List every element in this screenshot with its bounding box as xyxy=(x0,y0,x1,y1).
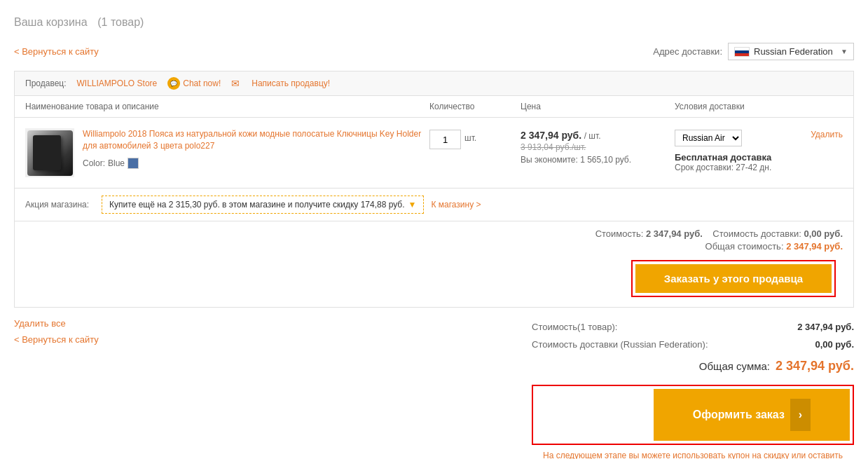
coupon-notice[interactable]: На следующем этапе вы можете использоват… xyxy=(532,451,854,459)
free-delivery-badge: Бесплатная доставка xyxy=(675,152,843,163)
russia-flag-icon xyxy=(734,47,750,57)
chat-now-button[interactable]: 💬 Chat now! xyxy=(167,77,221,90)
order-from-seller-button[interactable]: Заказать у этого продавца xyxy=(635,264,832,293)
back-to-site-link-top[interactable]: < Вернуться к сайту xyxy=(14,46,99,57)
col-delivery-header: Условия доставки xyxy=(675,102,843,111)
price-column: 2 347,94 руб. / шт. 3 913,04 руб./шт. Вы… xyxy=(521,128,675,165)
back-to-site-link-bottom[interactable]: < Вернуться к сайту xyxy=(14,334,99,345)
delivery-time-info: Срок доставки: 27-42 дн. xyxy=(675,163,843,172)
page-title: Ваша корзина (1 товар) xyxy=(14,11,144,29)
delivery-column: Russian Air Удалить Бесплатная доставка … xyxy=(675,128,843,172)
delete-item-button[interactable]: Удалить xyxy=(811,130,843,139)
cart-total-row: Общая стоимость: 2 347,94 руб. xyxy=(705,241,843,252)
cart-section: Продавец: WILLIAMPOLO Store 💬 Chat now! … xyxy=(14,71,854,308)
table-header: Наименование товара и описание Количеств… xyxy=(15,96,853,118)
col-qty-header: Количество xyxy=(429,102,521,111)
seller-label: Продавец: xyxy=(25,78,67,88)
quantity-input[interactable] xyxy=(429,130,461,149)
promo-offer[interactable]: Купите ещё на 2 315,30 руб. в этом магаз… xyxy=(102,196,424,214)
product-details: Williampolo 2018 Пояса из натуральной ко… xyxy=(83,128,429,177)
summary-delivery-row: Стоимость доставки (Russian Federation):… xyxy=(532,336,854,353)
summary-cost-row: Стоимость(1 товар): 2 347,94 руб. xyxy=(532,318,854,336)
original-price: 3 913,04 руб./шт. xyxy=(521,142,675,152)
col-price-header: Цена xyxy=(521,102,675,111)
promo-dropdown-icon: ▼ xyxy=(408,200,417,210)
delivery-method-select-wrap: Russian Air xyxy=(675,130,742,146)
col-product-header: Наименование товара и описание xyxy=(25,102,429,111)
country-name: Russian Federation xyxy=(754,46,833,57)
order-button-container: Заказать у этого продавца xyxy=(631,260,836,297)
promo-label: Акция магазина: xyxy=(25,200,89,210)
summary-total-row: Общая сумма: 2 347,94 руб. xyxy=(532,353,854,379)
delete-all-link[interactable]: Удалить все xyxy=(14,318,99,329)
delivery-address-label: Адрес доставки: xyxy=(653,46,722,57)
qty-unit-label: шт. xyxy=(464,130,476,143)
seller-name-link[interactable]: WILLIAMPOLO Store xyxy=(77,78,158,88)
summary-section: Стоимость(1 товар): 2 347,94 руб. Стоимо… xyxy=(532,318,854,459)
promo-bar: Акция магазина: Купите ещё на 2 315,30 р… xyxy=(15,188,853,221)
product-name-link[interactable]: Williampolo 2018 Пояса из натуральной ко… xyxy=(83,128,429,152)
delivery-address-section: Адрес доставки: Russian Federation ▼ xyxy=(653,43,854,60)
current-price: 2 347,94 руб. / шт. xyxy=(521,130,675,141)
to-store-link[interactable]: К магазину > xyxy=(431,200,481,210)
checkout-arrow-icon: › xyxy=(790,399,811,431)
write-seller-link[interactable]: Написать продавцу! xyxy=(252,78,330,88)
chat-now-label: Chat now! xyxy=(183,78,221,88)
table-row: Williampolo 2018 Пояса из натуральной ко… xyxy=(15,118,853,188)
chat-icon: 💬 xyxy=(167,77,180,90)
product-info: Williampolo 2018 Пояса из натуральной ко… xyxy=(25,128,429,177)
savings-info: Вы экономите: 1 565,10 руб. xyxy=(521,155,675,165)
delivery-method-select[interactable]: Russian Air xyxy=(675,130,742,146)
dropdown-arrow-icon: ▼ xyxy=(841,48,848,55)
seller-bar: Продавец: WILLIAMPOLO Store 💬 Chat now! … xyxy=(15,71,853,96)
country-selector[interactable]: Russian Federation ▼ xyxy=(728,43,854,60)
checkout-button[interactable]: Оформить заказ › xyxy=(654,389,850,441)
cart-cost-row: Стоимость: 2 347,94 руб. Стоимость доста… xyxy=(595,228,843,239)
bottom-section: Удалить все < Вернуться к сайту Стоимост… xyxy=(14,318,854,459)
color-swatch-icon xyxy=(128,158,139,169)
quantity-column: шт. xyxy=(429,128,521,149)
checkout-button-container: Оформить заказ › xyxy=(532,385,854,445)
left-actions: Удалить все < Вернуться к сайту xyxy=(14,318,99,345)
message-icon: ✉ xyxy=(231,78,240,89)
product-image xyxy=(25,128,74,177)
product-thumbnail xyxy=(27,130,73,176)
product-color: Color: Blue xyxy=(83,158,429,169)
